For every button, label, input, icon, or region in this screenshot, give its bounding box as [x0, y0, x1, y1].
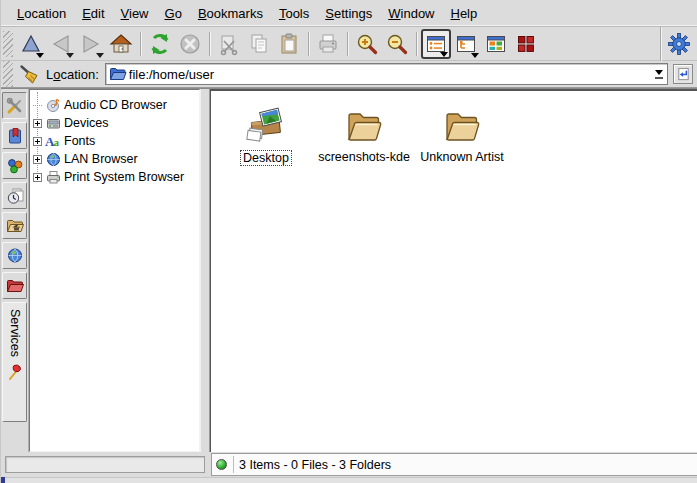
tree-item-lan-browser[interactable]: LAN Browser [32, 150, 197, 168]
expand-plus-icon[interactable] [33, 173, 42, 182]
copy-button[interactable] [244, 29, 274, 59]
open-folder-icon [109, 66, 127, 82]
content-area: Services [1, 88, 697, 452]
sidebar-tab-services-active[interactable]: Services [2, 302, 27, 422]
zoom-in-button[interactable] [352, 29, 382, 59]
status-text: 3 Items - 0 Files - 3 Folders [239, 458, 391, 472]
network-globe-icon [6, 247, 24, 265]
file-item-unknown-artist[interactable]: Unknown Artist [413, 105, 511, 164]
menu-edit[interactable]: Edit [74, 2, 112, 25]
sidebar-tab-label: Services [8, 309, 22, 357]
file-label[interactable]: screenshots-kde [318, 150, 410, 164]
window-bottom-border [1, 477, 697, 483]
sidebar-configure-button[interactable] [2, 92, 27, 119]
sidebar-tab-history[interactable] [2, 182, 27, 209]
up-button[interactable] [16, 29, 46, 59]
toolbar-separator [416, 32, 417, 56]
window-corner-decoration [1, 477, 5, 483]
konqueror-gear-icon [667, 32, 691, 56]
menu-settings[interactable]: Settings [317, 2, 380, 25]
chevron-down-icon [440, 52, 448, 57]
home-folder-icon [6, 217, 24, 235]
stop-button[interactable] [175, 29, 205, 59]
services-tree: Audio CD Browser Devices [32, 96, 197, 186]
panel-splitter[interactable] [200, 89, 210, 452]
menu-bar: Location Edit View Go Bookmarks Tools Se… [1, 0, 697, 27]
detail-view-button[interactable] [511, 29, 541, 59]
icon-view-button[interactable] [421, 29, 451, 59]
tree-item-devices[interactable]: Devices [32, 114, 197, 132]
sidebar-tree-panel: Audio CD Browser Devices [29, 89, 200, 452]
status-led-icon [216, 459, 227, 470]
menu-location[interactable]: Location [9, 2, 74, 25]
clear-location-button[interactable] [16, 61, 44, 87]
menu-tools[interactable]: Tools [271, 2, 317, 25]
chevron-down-icon [36, 53, 44, 58]
cut-button[interactable] [214, 29, 244, 59]
toolbar-handle[interactable] [3, 31, 13, 57]
tree-branch [33, 105, 42, 106]
tree-item-fonts[interactable]: A a Fonts [32, 132, 197, 150]
toolbar-separator [347, 32, 348, 56]
combo-dropdown-arrow[interactable] [650, 64, 667, 84]
konqueror-window: Location Edit View Go Bookmarks Tools Se… [0, 0, 697, 483]
sidebar-tab-home-folder[interactable] [2, 212, 27, 239]
file-item-screenshots-kde[interactable]: screenshots-kde [315, 105, 413, 164]
reload-icon [148, 32, 172, 56]
multicolumn-view-icon [486, 34, 506, 54]
file-label[interactable]: Unknown Artist [420, 150, 503, 164]
status-separator [233, 456, 234, 473]
tree-item-label: Print System Browser [64, 170, 184, 184]
back-button[interactable] [46, 29, 76, 59]
zoom-out-button[interactable] [382, 29, 412, 59]
sidebar-tab-root-folder[interactable] [2, 272, 27, 299]
print-button[interactable] [313, 29, 343, 59]
sidebar-status-area [1, 452, 211, 477]
status-bar: 3 Items - 0 Files - 3 Folders [211, 453, 697, 476]
location-combobox[interactable] [105, 63, 668, 85]
go-button[interactable] [673, 64, 693, 84]
menu-bookmarks[interactable]: Bookmarks [190, 2, 271, 25]
forward-button[interactable] [76, 29, 106, 59]
menu-go[interactable]: Go [157, 2, 190, 25]
multicolumn-view-button[interactable] [481, 29, 511, 59]
toolbar-handle[interactable] [3, 61, 13, 87]
location-input[interactable] [127, 67, 650, 82]
expand-plus-icon[interactable] [33, 137, 42, 146]
chevron-down-icon [655, 70, 663, 75]
toolbar-separator [209, 32, 210, 56]
sidebar-tab-bookmarks[interactable] [2, 122, 27, 149]
tree-item-print-system-browser[interactable]: Print System Browser [32, 168, 197, 186]
chevron-down-icon [96, 53, 104, 58]
stop-icon [178, 32, 202, 56]
konqueror-gear-button[interactable] [664, 29, 694, 59]
folder-icon [344, 105, 384, 145]
folder-view[interactable]: Desktop screenshots-kde [210, 89, 697, 452]
menu-help[interactable]: Help [443, 2, 486, 25]
sidebar-tab-devices[interactable] [2, 152, 27, 179]
expand-plus-icon[interactable] [33, 155, 42, 164]
home-button[interactable] [106, 29, 136, 59]
location-label: Location: [46, 67, 99, 82]
sidebar-tab-network[interactable] [2, 242, 27, 269]
globe-icon [45, 152, 61, 167]
print-icon [316, 32, 340, 56]
desktop-icon [244, 105, 288, 145]
file-label[interactable]: Desktop [240, 150, 292, 166]
bookmark-icon [6, 127, 24, 145]
file-item-desktop[interactable]: Desktop [217, 105, 315, 166]
tree-view-button[interactable] [451, 29, 481, 59]
tree-item-label: Fonts [64, 134, 95, 148]
paste-button[interactable] [274, 29, 304, 59]
location-toolbar: Location: [1, 61, 697, 88]
reload-button[interactable] [145, 29, 175, 59]
menu-window[interactable]: Window [380, 2, 442, 25]
zoom-in-icon [355, 32, 379, 56]
combo-arrow-bar [655, 77, 663, 79]
fonts-aa-icon: A a [45, 134, 61, 149]
paste-icon [277, 32, 301, 56]
menu-view[interactable]: View [113, 2, 157, 25]
tree-item-audio-cd-browser[interactable]: Audio CD Browser [32, 96, 197, 114]
clear-location-icon [18, 62, 42, 86]
expand-plus-icon[interactable] [33, 119, 42, 128]
